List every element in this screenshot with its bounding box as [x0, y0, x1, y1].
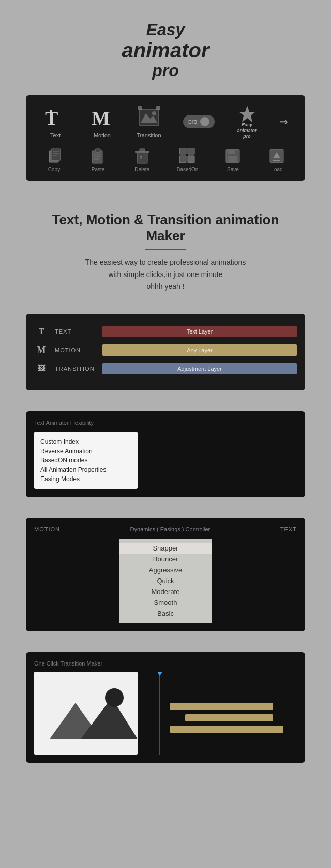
basedon-button[interactable]: BasedOn: [177, 147, 199, 172]
easing-item-0[interactable]: Snapper: [119, 543, 212, 554]
toggle-circle: [200, 117, 209, 126]
timeline-track-3: [170, 726, 283, 733]
svg-rect-25: [179, 156, 186, 163]
easing-item-6[interactable]: Basic: [119, 608, 212, 619]
feature-item-2: BasedON modes: [40, 456, 131, 465]
transition-layer-icon: 🖼: [34, 361, 49, 376]
transition-layer-row: 🖼 TRANSITION Adjustment Layer: [34, 361, 297, 376]
hero-sub1: The easiest way to create professional a…: [85, 258, 246, 266]
svg-rect-24: [188, 148, 194, 154]
text-tool-icon: T: [43, 105, 68, 130]
svg-rect-10: [51, 149, 61, 160]
dynamics-text-label: TEXT: [280, 526, 297, 532]
load-label: Load: [271, 167, 282, 172]
dynamics-motion-label: MOTION: [34, 526, 60, 532]
toolbar-top-row: T Text M Motion: [32, 104, 299, 139]
transition-content: [34, 672, 297, 755]
transition-panel: One Click Transition Maker: [26, 652, 305, 763]
transition-tool-label: Transition: [137, 132, 161, 138]
brand-mini-text: Easyanimatorpro: [237, 122, 257, 139]
dynamics-content: Snapper Bouncer Aggressive Quick Moderat…: [34, 539, 297, 623]
copy-button[interactable]: Copy: [45, 147, 64, 172]
toolbar-transition-button[interactable]: Transition: [137, 105, 161, 138]
svg-marker-8: [239, 106, 255, 122]
transition-layer-label: TRANSITION: [55, 366, 96, 372]
hero-sub3: ohhh yeah !: [146, 282, 184, 291]
features-list-box: Custom Index Reverse Animation BasedON m…: [34, 432, 138, 489]
svg-rect-15: [95, 149, 100, 152]
svg-rect-28: [228, 149, 235, 154]
easing-item-3[interactable]: Quick: [119, 575, 212, 586]
paste-button[interactable]: Paste: [89, 147, 108, 172]
svg-rect-29: [228, 156, 237, 162]
transition-tool-icon: [137, 105, 161, 130]
text-layer-icon: T: [34, 324, 49, 339]
svg-rect-7: [156, 106, 160, 110]
pro-toggle[interactable]: pro: [183, 115, 215, 128]
feature-item-3: All Animation Properties: [40, 465, 131, 474]
expand-button[interactable]: ⇒: [279, 115, 288, 128]
paste-label: Paste: [92, 167, 105, 172]
hero-section: Text, Motion & Transition animation Make…: [0, 201, 331, 314]
feature-item-4: Easing Modes: [40, 474, 131, 484]
hero-sub2: with simple clicks,in just one minute: [109, 270, 223, 279]
delete-label: Delete: [134, 167, 149, 172]
save-label: Save: [227, 167, 239, 172]
svg-point-36: [105, 688, 124, 707]
easing-item-1[interactable]: Bouncer: [119, 554, 212, 565]
transition-panel-title: One Click Transition Maker: [34, 660, 297, 667]
expand-icon: ⇒: [279, 116, 288, 127]
layers-panel: T TEXT Text Layer M MOTION Any Layer 🖼 T…: [26, 314, 305, 390]
motion-layer-row: M MOTION Any Layer: [34, 343, 297, 357]
transition-timeline: [144, 672, 297, 755]
dynamics-header: MOTION Dynamics ( Easings ) Controller T…: [34, 526, 297, 532]
text-layer-label: TEXT: [55, 328, 96, 335]
easing-item-2[interactable]: Aggressive: [119, 565, 212, 575]
save-icon: [223, 147, 242, 165]
svg-rect-37: [34, 739, 138, 755]
delete-icon: x: [133, 147, 152, 165]
svg-text:M: M: [92, 107, 110, 129]
toolbar-motion-button[interactable]: M Motion: [89, 105, 114, 138]
svg-rect-6: [138, 106, 142, 110]
timeline-track-1: [170, 703, 273, 710]
load-button[interactable]: Load: [267, 147, 286, 172]
logo-line1: Easy: [122, 21, 209, 39]
easing-item-4[interactable]: Moderate: [119, 586, 212, 597]
copy-label: Copy: [48, 167, 60, 172]
transition-layer-bar: Adjustment Layer: [102, 363, 297, 374]
motion-layer-bar: Any Layer: [102, 344, 297, 356]
svg-rect-1: [50, 110, 52, 112]
hero-title: Text, Motion & Transition animation Make…: [31, 212, 300, 244]
svg-rect-21: [140, 149, 145, 151]
text-layer-bar: Text Layer: [102, 326, 297, 337]
timeline-track-2: [185, 714, 273, 721]
svg-point-5: [152, 111, 156, 115]
brand-icon: Easyanimatorpro: [237, 104, 258, 139]
save-button[interactable]: Save: [223, 147, 242, 172]
logo-area: Easy animator pro: [122, 0, 209, 95]
timeline-playhead: [159, 672, 160, 755]
logo-line2: animator: [122, 39, 209, 62]
copy-icon: [45, 147, 64, 165]
delete-button[interactable]: x Delete: [133, 147, 152, 172]
dynamics-panel: MOTION Dynamics ( Easings ) Controller T…: [26, 518, 305, 631]
logo: Easy animator pro: [122, 21, 209, 80]
features-list: Custom Index Reverse Animation BasedON m…: [40, 437, 131, 484]
svg-rect-32: [273, 160, 280, 161]
svg-rect-23: [179, 148, 186, 154]
basedon-label: BasedOn: [177, 167, 199, 172]
motion-tool-label: Motion: [94, 132, 111, 138]
svg-text:x: x: [140, 154, 142, 160]
basedon-icon: [178, 147, 197, 165]
hero-divider: [145, 249, 186, 250]
text-tool-label: Text: [50, 132, 61, 138]
dynamics-center-label: Dynamics ( Easings ) Controller: [130, 526, 210, 532]
logo-line3: pro: [122, 62, 209, 80]
easing-list: Snapper Bouncer Aggressive Quick Moderat…: [119, 539, 212, 623]
motion-tool-icon: M: [89, 105, 114, 130]
easing-item-5[interactable]: Smooth: [119, 597, 212, 608]
hero-subtitle: The easiest way to create professional a…: [31, 256, 300, 293]
toolbar-text-button[interactable]: T Text: [43, 105, 68, 138]
feature-item-0: Custom Index: [40, 437, 131, 446]
